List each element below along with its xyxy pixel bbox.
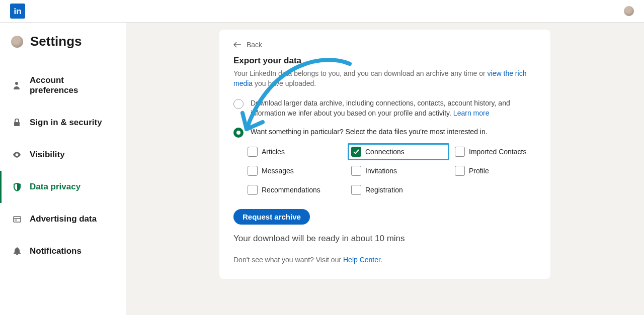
sidebar-item-visibility[interactable]: Visibility xyxy=(0,139,126,171)
checkbox-connections[interactable]: Connections xyxy=(348,143,449,160)
radio-larger-archive[interactable]: Download larger data archive, including … xyxy=(233,98,536,118)
checkbox-articles[interactable]: Articles xyxy=(248,147,338,157)
checkbox-icon xyxy=(455,166,465,176)
sidebar-item-signin-security[interactable]: Sign in & security xyxy=(0,107,126,139)
sidebar-item-label: Advertising data xyxy=(30,214,97,224)
main-content: Back Export your data Your LinkedIn data… xyxy=(126,23,644,315)
checkbox-icon xyxy=(248,147,258,157)
sidebar-item-label: Visibility xyxy=(30,150,65,160)
request-archive-button[interactable]: Request archive xyxy=(233,209,310,225)
avatar-menu[interactable] xyxy=(624,6,634,16)
checkbox-registration[interactable]: Registration xyxy=(351,185,442,195)
export-data-card: Back Export your data Your LinkedIn data… xyxy=(219,30,550,279)
checkbox-checked-icon xyxy=(351,147,361,157)
back-label: Back xyxy=(247,41,262,49)
checkbox-icon xyxy=(455,147,465,157)
checkbox-recommendations[interactable]: Recommendations xyxy=(248,185,338,195)
sidebar-item-advertising-data[interactable]: Advertising data xyxy=(0,203,126,235)
shield-icon xyxy=(13,183,21,191)
settings-header: Settings xyxy=(0,34,126,49)
linkedin-logo-icon[interactable]: in xyxy=(10,4,25,19)
learn-more-link[interactable]: Learn more xyxy=(453,109,490,117)
arrow-left-icon xyxy=(233,42,242,48)
sidebar-item-label: Data privacy xyxy=(30,182,80,192)
svg-point-0 xyxy=(15,82,18,85)
download-ready-note: Your download will be ready in about 10 … xyxy=(233,234,536,244)
checkbox-icon xyxy=(351,185,361,195)
radio-selected-icon xyxy=(233,128,244,138)
radio-icon xyxy=(233,99,244,109)
back-button[interactable]: Back xyxy=(233,41,536,49)
radio-particular-files[interactable]: Want something in particular? Select the… xyxy=(233,127,536,138)
svg-rect-1 xyxy=(14,122,20,126)
person-icon xyxy=(13,81,21,89)
help-text: Don't see what you want? Visit our Help … xyxy=(233,256,536,264)
checkbox-icon xyxy=(351,166,361,176)
sidebar-item-label: Sign in & security xyxy=(30,118,102,128)
checkbox-icon xyxy=(248,185,258,195)
topbar: in xyxy=(0,0,644,23)
checkbox-profile[interactable]: Profile xyxy=(455,166,545,176)
avatar xyxy=(11,36,23,48)
bell-icon xyxy=(13,247,21,255)
card-icon xyxy=(13,216,21,223)
checkbox-messages[interactable]: Messages xyxy=(248,166,338,176)
settings-sidebar: Settings Account preferences Sign in & s… xyxy=(0,23,126,315)
svg-rect-2 xyxy=(14,217,21,222)
eye-icon xyxy=(13,152,21,158)
card-description: Your LinkedIn data belongs to you, and y… xyxy=(233,69,536,88)
sidebar-item-label: Notifications xyxy=(30,246,82,256)
sidebar-item-data-privacy[interactable]: Data privacy xyxy=(0,171,126,203)
help-center-link[interactable]: Help Center xyxy=(343,256,380,264)
sidebar-item-label: Account preferences xyxy=(30,75,115,95)
checkbox-icon xyxy=(248,166,258,176)
card-title: Export your data xyxy=(233,56,536,66)
checkbox-imported-contacts[interactable]: Imported Contacts xyxy=(455,147,545,157)
checkbox-invitations[interactable]: Invitations xyxy=(351,166,442,176)
checkbox-grid: Articles Connections Imported Contacts M… xyxy=(233,147,536,195)
lock-icon xyxy=(13,119,21,127)
sidebar-item-account-preferences[interactable]: Account preferences xyxy=(0,64,126,107)
page-title: Settings xyxy=(30,34,82,49)
sidebar-item-notifications[interactable]: Notifications xyxy=(0,235,126,267)
